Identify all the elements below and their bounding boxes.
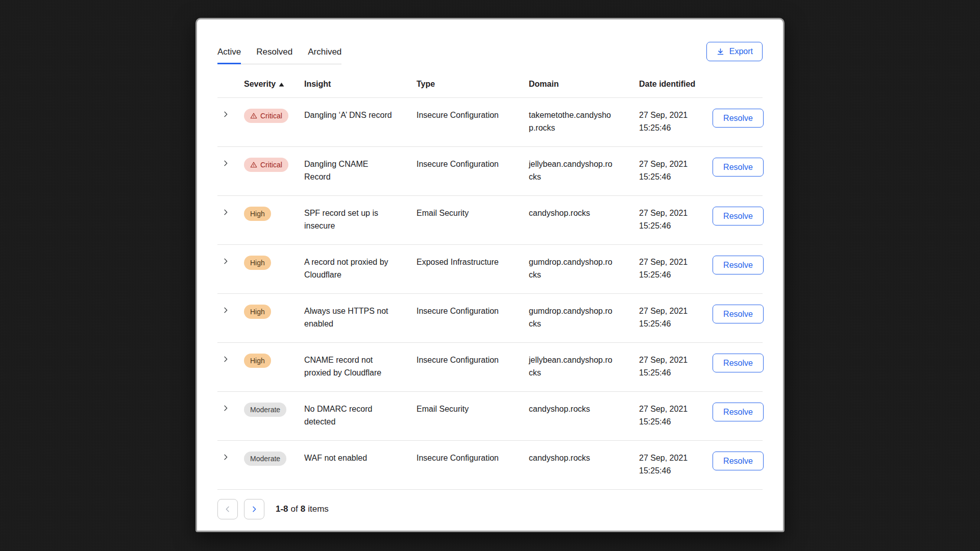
severity-label: Moderate	[250, 454, 280, 463]
previous-page-button[interactable]	[217, 499, 238, 519]
download-icon	[716, 47, 725, 56]
date-cell: 27 Sep, 2021 15:25:46	[639, 109, 713, 134]
domain-cell: candyshop.rocks	[529, 403, 639, 415]
domain-cell: candyshop.rocks	[529, 452, 639, 464]
severity-label: High	[250, 307, 265, 316]
resolve-button[interactable]: Resolve	[713, 452, 764, 470]
expand-row-button[interactable]	[220, 109, 244, 119]
type-cell: Insecure Configuration	[416, 109, 529, 121]
table-row: Moderate No DMARC record detected Email …	[217, 392, 763, 441]
tab-active[interactable]: Active	[217, 47, 241, 64]
expand-row-button[interactable]	[220, 354, 244, 364]
domain-cell: takemetothe.candysho p.rocks	[529, 109, 639, 134]
domain-cell: jellybean.candyshop.ro cks	[529, 354, 639, 379]
pagination-total: 8	[301, 504, 305, 514]
date-cell: 27 Sep, 2021 15:25:46	[639, 452, 713, 477]
action-cell: Resolve	[713, 158, 764, 177]
resolve-button[interactable]: Resolve	[713, 403, 764, 421]
warning-icon	[250, 161, 257, 168]
domain-cell: gumdrop.candyshop.ro cks	[529, 305, 639, 330]
column-header-domain: Domain	[529, 80, 639, 89]
type-cell: Insecure Configuration	[416, 354, 529, 366]
expand-row-button[interactable]	[220, 256, 244, 266]
chevron-right-icon	[222, 110, 230, 118]
chevron-right-icon	[222, 208, 230, 216]
severity-badge: High	[244, 256, 271, 270]
severity-badge: Moderate	[244, 403, 286, 417]
domain-cell: gumdrop.candyshop.ro cks	[529, 256, 639, 281]
insight-cell: CNAME record not proxied by Cloudflare	[304, 354, 416, 379]
tab-resolved[interactable]: Resolved	[256, 47, 292, 64]
action-cell: Resolve	[713, 256, 764, 274]
expand-row-button[interactable]	[220, 207, 244, 217]
table-row: High A record not proxied by Cloudflare …	[217, 245, 763, 294]
action-cell: Resolve	[713, 452, 764, 470]
insights-panel: Active Resolved Archived Export Severity…	[195, 18, 785, 532]
tab-archived[interactable]: Archived	[308, 47, 341, 64]
resolve-button[interactable]: Resolve	[713, 256, 764, 274]
date-cell: 27 Sep, 2021 15:25:46	[639, 305, 713, 330]
date-cell: 27 Sep, 2021 15:25:46	[639, 354, 713, 379]
severity-badge: High	[244, 305, 271, 319]
type-cell: Email Security	[416, 403, 529, 415]
pagination: 1-8 of 8 items	[217, 499, 763, 519]
date-cell: 27 Sep, 2021 15:25:46	[639, 256, 713, 281]
date-cell: 27 Sep, 2021 15:25:46	[639, 207, 713, 232]
action-cell: Resolve	[713, 109, 764, 128]
action-cell: Resolve	[713, 207, 764, 226]
severity-label: Moderate	[250, 405, 280, 414]
severity-cell: Moderate	[244, 403, 304, 417]
chevron-right-icon	[222, 159, 230, 167]
expand-row-button[interactable]	[220, 305, 244, 315]
severity-label: Critical	[260, 111, 282, 120]
severity-badge: High	[244, 207, 271, 221]
top-bar: Active Resolved Archived Export	[217, 42, 763, 64]
severity-badge: Moderate	[244, 452, 286, 466]
severity-header-label: Severity	[244, 80, 276, 89]
expand-row-button[interactable]	[220, 403, 244, 413]
chevron-right-icon	[222, 306, 230, 314]
type-cell: Insecure Configuration	[416, 158, 529, 170]
table-row: High Always use HTTPS not enabled Insecu…	[217, 294, 763, 343]
resolve-button[interactable]: Resolve	[713, 109, 764, 128]
export-button[interactable]: Export	[706, 42, 763, 61]
severity-cell: Moderate	[244, 452, 304, 466]
severity-cell: High	[244, 354, 304, 368]
action-cell: Resolve	[713, 354, 764, 372]
chevron-left-icon	[224, 505, 232, 513]
warning-icon	[250, 112, 257, 119]
severity-cell: High	[244, 305, 304, 319]
expand-row-button[interactable]	[220, 158, 244, 168]
date-cell: 27 Sep, 2021 15:25:46	[639, 403, 713, 428]
severity-label: High	[250, 209, 265, 218]
column-header-severity[interactable]: Severity	[244, 80, 304, 89]
resolve-button[interactable]: Resolve	[713, 305, 764, 323]
type-cell: Email Security	[416, 207, 529, 219]
pagination-range: 1-8	[276, 504, 288, 514]
expand-row-button[interactable]	[220, 452, 244, 462]
next-page-button[interactable]	[244, 499, 264, 519]
severity-cell: High	[244, 256, 304, 270]
column-header-insight: Insight	[304, 80, 416, 89]
resolve-button[interactable]: Resolve	[713, 207, 764, 226]
type-cell: Insecure Configuration	[416, 305, 529, 317]
chevron-right-icon	[222, 355, 230, 363]
severity-badge: Critical	[244, 109, 288, 123]
severity-cell: Critical	[244, 109, 304, 123]
severity-badge: High	[244, 354, 271, 368]
severity-cell: Critical	[244, 158, 304, 172]
table-row: High CNAME record not proxied by Cloudfl…	[217, 343, 763, 392]
sort-ascending-icon	[279, 82, 284, 87]
column-header-date: Date identified	[639, 80, 713, 89]
resolve-button[interactable]: Resolve	[713, 158, 764, 177]
resolve-button[interactable]: Resolve	[713, 354, 764, 372]
domain-cell: jellybean.candyshop.ro cks	[529, 158, 639, 183]
insight-cell: Dangling ‘A’ DNS record	[304, 109, 416, 121]
insight-cell: WAF not enabled	[304, 452, 416, 464]
chevron-right-icon	[250, 505, 258, 513]
table-row: Moderate WAF not enabled Insecure Config…	[217, 441, 763, 490]
action-cell: Resolve	[713, 305, 764, 323]
domain-cell: candyshop.rocks	[529, 207, 639, 219]
table-row: High SPF record set up is insecure Email…	[217, 196, 763, 245]
insight-cell: Always use HTTPS not enabled	[304, 305, 416, 330]
